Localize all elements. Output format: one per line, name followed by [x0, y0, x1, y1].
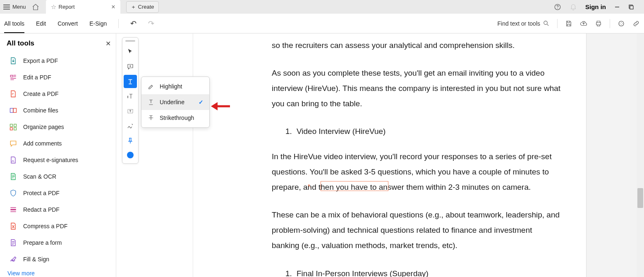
svg-point-4 [544, 21, 548, 25]
link-icon[interactable] [632, 20, 640, 27]
print-icon[interactable] [595, 20, 602, 27]
svg-rect-8 [13, 108, 17, 112]
toolbar-grip[interactable] [125, 40, 135, 42]
tool-compress-pdf[interactable]: Compress a PDF [7, 219, 111, 234]
sign-in-button[interactable]: Sign in [585, 3, 606, 10]
svg-rect-13 [10, 209, 16, 210]
nav-esign[interactable]: E-Sign [89, 14, 107, 33]
svg-point-14 [308, 184, 310, 186]
tool-export-pdf[interactable]: Export a PDF [7, 53, 111, 68]
save-icon[interactable] [565, 20, 572, 27]
tool-prepare-form[interactable]: Prepare a form [7, 235, 111, 250]
tool-edit-pdf[interactable]: Edit a PDF [7, 70, 111, 85]
menu-icon[interactable] [3, 5, 10, 10]
tool-request-esignatures[interactable]: Request e-signatures [7, 153, 111, 167]
annotation-toolbar[interactable] [122, 37, 139, 164]
tool-fill-sign[interactable]: Fill & Sign [7, 252, 111, 267]
underline-icon [147, 98, 155, 106]
divider [118, 19, 119, 28]
nav-convert[interactable]: Convert [57, 14, 78, 33]
tool-combine-files[interactable]: Combine files [7, 103, 111, 118]
find-input[interactable]: Find text or tools [498, 20, 550, 27]
help-icon[interactable] [554, 3, 561, 11]
comment-icon [9, 139, 17, 148]
scan-icon [9, 172, 17, 181]
svg-point-5 [619, 21, 624, 26]
text-markup-tool[interactable] [124, 75, 137, 88]
nav-all-tools[interactable]: All tools [4, 14, 24, 33]
svg-rect-11 [10, 128, 13, 130]
draw-tool[interactable] [124, 119, 137, 133]
flyout-highlight[interactable]: Highlight [141, 79, 209, 94]
menu-label[interactable]: Menu [12, 4, 26, 10]
doc-paragraph: so the recruiters can assess your analyt… [272, 38, 561, 53]
maximize-icon[interactable] [628, 4, 634, 10]
panel-title: All tools [7, 39, 34, 48]
svg-rect-9 [10, 124, 13, 127]
svg-text:P: P [12, 93, 14, 96]
svg-rect-12 [14, 128, 17, 130]
color-picker[interactable] [127, 152, 134, 158]
callout-arrow-icon [211, 101, 230, 112]
sign-icon [9, 255, 17, 263]
strikethrough-icon [147, 114, 155, 122]
panel-close-icon[interactable]: ✕ [105, 40, 111, 48]
toolbar: All tools Edit Convert E-Sign ↶ ↷ Find t… [0, 14, 644, 33]
edit-pdf-icon [9, 73, 17, 81]
insert-text-tool[interactable] [124, 90, 137, 103]
ai-sparkle-icon[interactable] [618, 20, 625, 27]
all-tools-panel: All tools ✕ Export a PDF Edit a PDF P Cr… [0, 33, 116, 277]
form-icon [9, 239, 17, 247]
doc-paragraph: As soon as you complete these tests, you… [272, 65, 561, 111]
tool-add-comments[interactable]: Add comments [7, 136, 111, 151]
annotation-box[interactable] [321, 181, 388, 191]
create-pdf-icon: P [9, 90, 17, 98]
search-icon [543, 20, 550, 27]
bell-icon[interactable] [570, 3, 577, 11]
scrollbar-thumb[interactable] [637, 188, 643, 208]
create-button[interactable]: ＋ Create [126, 1, 159, 13]
tab-close-icon[interactable]: × [111, 3, 115, 11]
page-gutter-right [586, 33, 644, 277]
title-bar: Menu ☆ Report × ＋ Create Sign in [0, 0, 644, 14]
svg-rect-7 [10, 108, 14, 112]
undo-icon[interactable]: ↶ [130, 19, 136, 28]
tool-protect-pdf[interactable]: Protect a PDF [7, 186, 111, 201]
nav-edit[interactable]: Edit [36, 14, 46, 33]
svg-rect-3 [630, 6, 633, 9]
minimize-icon[interactable] [614, 4, 620, 10]
export-icon [9, 57, 17, 65]
sticky-note-tool[interactable] [124, 60, 137, 73]
main-area: All tools ✕ Export a PDF Edit a PDF P Cr… [0, 33, 644, 277]
doc-paragraph: These can be a mix of behavioral questio… [272, 207, 561, 253]
flyout-underline[interactable]: Underline ✓ [141, 94, 209, 110]
tool-organize-pages[interactable]: Organize pages [7, 119, 111, 134]
tool-scan-ocr[interactable]: Scan & OCR [7, 169, 111, 184]
highlight-icon [147, 83, 155, 90]
svg-point-1 [557, 8, 558, 9]
redo-icon[interactable]: ↷ [148, 19, 154, 28]
compress-icon [9, 222, 17, 230]
document-page[interactable]: so the recruiters can assess your analyt… [193, 33, 586, 277]
cloud-upload-icon[interactable] [580, 20, 587, 27]
document-viewport: so the recruiters can assess your analyt… [116, 33, 644, 277]
pin-tool[interactable] [124, 134, 137, 148]
star-icon[interactable]: ☆ [51, 3, 56, 11]
check-icon: ✓ [199, 99, 203, 105]
home-icon[interactable] [32, 3, 39, 11]
view-more-link[interactable]: View more [7, 270, 111, 277]
scrollbar-track[interactable] [637, 33, 644, 277]
select-tool[interactable] [124, 45, 137, 58]
flyout-strikethrough[interactable]: Strikethrough [141, 110, 209, 126]
svg-rect-10 [14, 124, 17, 127]
protect-icon [9, 189, 17, 197]
tool-create-pdf[interactable]: P Create a PDF [7, 86, 111, 101]
find-placeholder: Find text or tools [498, 20, 541, 27]
text-box-tool[interactable] [124, 105, 137, 118]
doc-paragraph: In the HireVue video interview, you'll r… [272, 149, 561, 195]
create-label: Create [138, 4, 154, 10]
tool-redact-pdf[interactable]: Redact a PDF [7, 202, 111, 217]
plus-icon: ＋ [131, 3, 136, 11]
esign-icon [9, 156, 17, 164]
document-tab[interactable]: ☆ Report × [46, 0, 120, 14]
